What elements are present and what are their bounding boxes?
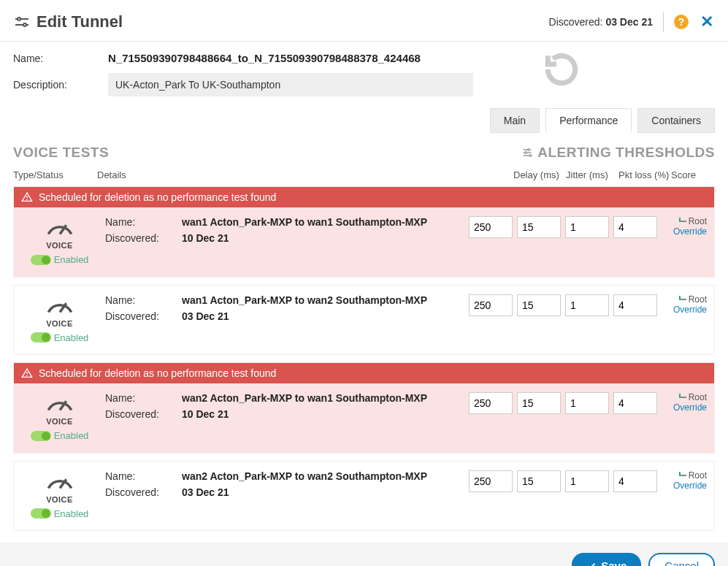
enabled-toggle[interactable]: Enabled [31, 254, 89, 265]
test-discovered-value: 10 Dec 21 [182, 408, 229, 420]
test-discovered-label: Discovered: [105, 486, 182, 498]
description-row: Description: [13, 73, 715, 96]
test-body: VOICEEnabledName:wan1 Acton_Park-MXP to … [14, 207, 714, 277]
svg-point-0 [18, 18, 20, 20]
score-input[interactable] [613, 392, 657, 414]
svg-rect-5 [26, 196, 27, 198]
tab-performance[interactable]: Performance [545, 108, 632, 133]
test-details: Name:wan1 Acton_Park-MXP to wan1 Southam… [98, 216, 469, 248]
vertical-divider [663, 12, 664, 32]
override-link[interactable]: Override [664, 481, 707, 491]
col-delay: Delay (ms) [513, 169, 566, 180]
gauge-icon [45, 216, 75, 237]
alerting-title: ALERTING THRESHOLDS [537, 145, 715, 161]
test-thresholds: RootOverride [469, 470, 707, 492]
test-discovered-label: Discovered: [105, 408, 182, 420]
svg-rect-13 [26, 372, 27, 374]
voice-label: VOICE [21, 417, 98, 426]
delay-input[interactable] [469, 294, 513, 316]
jitter-input[interactable] [517, 470, 561, 492]
voice-label: VOICE [21, 241, 98, 250]
root-override: RootOverride [664, 392, 707, 413]
enabled-label: Enabled [54, 430, 89, 441]
override-link[interactable]: Override [664, 305, 707, 315]
dialog-title: Edit Tunnel [37, 12, 123, 31]
svg-point-4 [530, 155, 532, 157]
cancel-button[interactable]: Cancel [648, 553, 715, 566]
test-details: Name:wan1 Acton_Park-MXP to wan2 Southam… [98, 294, 469, 326]
warning-text: Scheduled for deletion as no performance… [39, 367, 276, 379]
enabled-label: Enabled [54, 332, 89, 343]
svg-rect-6 [26, 199, 27, 200]
score-input[interactable] [613, 294, 657, 316]
delay-input[interactable] [469, 470, 513, 492]
tab-main[interactable]: Main [490, 108, 540, 133]
test-name-value: wan2 Acton_Park-MXP to wan2 Southampton-… [182, 470, 427, 482]
test-name-label: Name: [105, 294, 182, 306]
jitter-input[interactable] [517, 294, 561, 316]
name-value: N_715509390798488664_to_N_71550939079848… [108, 52, 421, 64]
jitter-input[interactable] [517, 216, 561, 238]
warning-icon [21, 191, 33, 203]
svg-rect-12 [679, 296, 681, 300]
test-discovered-value: 10 Dec 21 [182, 232, 229, 244]
test-discovered-label: Discovered: [105, 232, 182, 244]
override-link[interactable]: Override [664, 226, 707, 237]
name-label: Name: [13, 53, 108, 64]
toggle-icon [31, 431, 51, 441]
jitter-input[interactable] [517, 392, 561, 414]
test-name-label: Name: [105, 470, 182, 482]
root-override: RootOverride [664, 470, 707, 491]
columns-header: Type/Status Details Delay (ms) Jitter (m… [0, 165, 728, 186]
help-icon[interactable]: ? [674, 15, 689, 29]
test-name-value: wan1 Acton_Park-MXP to wan1 Southampton-… [182, 216, 427, 228]
name-row: Name: N_715509390798488664_to_N_71550939… [13, 52, 715, 64]
svg-rect-20 [679, 472, 681, 476]
voice-label: VOICE [21, 319, 98, 328]
warning-icon [21, 367, 33, 379]
col-pktloss: Pkt loss (%) [618, 169, 671, 180]
test-type: VOICEEnabled [21, 470, 98, 522]
test-details: Name:wan2 Acton_Park-MXP to wan1 Southam… [98, 392, 469, 424]
save-button[interactable]: Save [572, 553, 641, 566]
score-input[interactable] [613, 470, 657, 492]
root-override: RootOverride [664, 216, 707, 237]
enabled-toggle[interactable]: Enabled [31, 430, 89, 441]
pktloss-input[interactable] [565, 470, 609, 492]
warning-banner: Scheduled for deletion as no performance… [14, 363, 714, 383]
svg-rect-17 [679, 394, 681, 398]
root-icon [679, 296, 686, 303]
enabled-toggle[interactable]: Enabled [31, 508, 89, 519]
test-block: VOICEEnabledName:wan1 Acton_Park-MXP to … [13, 285, 715, 356]
test-block: Scheduled for deletion as no performance… [13, 186, 715, 278]
score-input[interactable] [613, 216, 657, 238]
delay-input[interactable] [469, 392, 513, 414]
toggle-icon [31, 508, 51, 519]
close-icon[interactable]: ✕ [699, 14, 715, 30]
tabs: Main Performance Containers [0, 108, 728, 133]
test-block: VOICEEnabledName:wan2 Acton_Park-MXP to … [13, 461, 715, 532]
gauge-icon [45, 392, 75, 413]
test-type: VOICEEnabled [21, 392, 98, 444]
svg-point-3 [525, 152, 527, 154]
test-name-label: Name: [105, 216, 182, 228]
delay-input[interactable] [469, 216, 513, 238]
pktloss-input[interactable] [565, 294, 609, 316]
undo-icon[interactable] [541, 49, 582, 90]
pktloss-input[interactable] [565, 392, 609, 414]
col-details: Details [97, 169, 513, 180]
test-discovered-label: Discovered: [105, 310, 182, 322]
tunnel-info: Name: N_715509390798488664_to_N_71550939… [0, 42, 728, 108]
pktloss-input[interactable] [565, 216, 609, 238]
description-input[interactable] [108, 73, 473, 96]
svg-point-2 [528, 149, 530, 151]
root-icon [679, 218, 686, 225]
test-discovered-value: 03 Dec 21 [182, 486, 229, 498]
enabled-toggle[interactable]: Enabled [31, 332, 89, 343]
override-link[interactable]: Override [664, 402, 707, 413]
warning-banner: Scheduled for deletion as no performance… [14, 187, 714, 207]
test-thresholds: RootOverride [469, 294, 707, 316]
test-body: VOICEEnabledName:wan1 Acton_Park-MXP to … [14, 286, 714, 355]
tab-containers[interactable]: Containers [637, 108, 715, 133]
enabled-label: Enabled [54, 254, 89, 265]
